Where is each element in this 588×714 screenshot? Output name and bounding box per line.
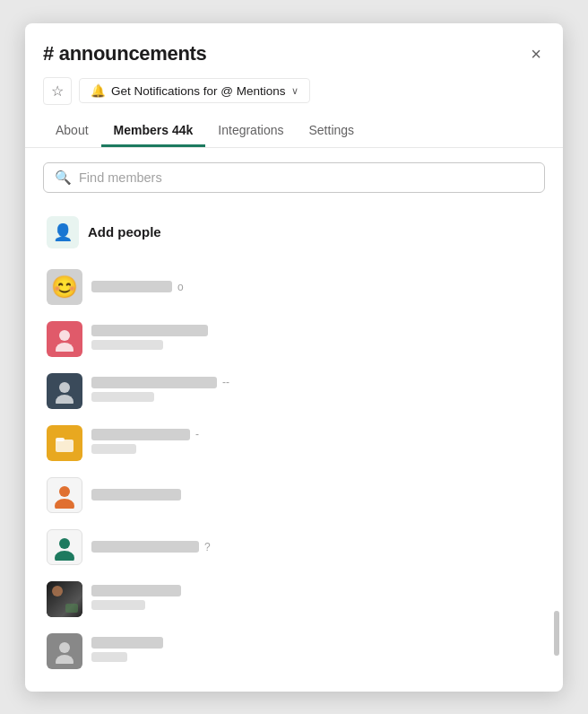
scrollbar[interactable] [554, 611, 559, 656]
notifications-label: Get Notifications for @ Mentions [111, 84, 286, 98]
avatar [47, 425, 82, 461]
member-name [91, 585, 181, 596]
member-row[interactable] [43, 573, 545, 625]
tab-settings[interactable]: Settings [296, 116, 367, 147]
search-input[interactable] [79, 170, 533, 185]
svg-rect-4 [56, 440, 74, 452]
member-name [91, 429, 190, 440]
member-name [91, 541, 199, 553]
add-person-icon: 👤 [53, 222, 73, 242]
search-box: 🔍 [43, 162, 545, 193]
member-info [91, 489, 541, 501]
avatar [47, 633, 82, 669]
member-status-text: -- [222, 376, 229, 388]
person-icon [52, 327, 77, 352]
member-name-row: ? [91, 541, 541, 553]
tab-about[interactable]: About [43, 116, 101, 147]
member-info: -- [91, 376, 541, 405]
chevron-down-icon: ∨ [291, 85, 298, 97]
search-row: 🔍 [43, 162, 545, 193]
member-info [91, 637, 541, 666]
member-row[interactable]: 😊 o [43, 261, 545, 313]
member-status-text: o [177, 281, 184, 293]
avatar [47, 477, 82, 513]
svg-point-7 [55, 499, 74, 509]
member-info: o [91, 281, 541, 293]
member-status [91, 600, 145, 610]
member-name-row: o [91, 281, 541, 293]
person-icon [52, 379, 77, 404]
avatar: 😊 [47, 269, 82, 305]
title-row: # announcements × [43, 41, 545, 66]
folder-icon [52, 431, 77, 456]
modal-body: 🔍 👤 Add people 😊 o [25, 148, 563, 692]
member-name-row [91, 637, 541, 649]
modal-title: # announcements [43, 42, 207, 65]
star-button[interactable]: ☆ [43, 77, 72, 105]
svg-point-9 [55, 551, 74, 561]
svg-point-6 [59, 486, 70, 497]
svg-point-1 [56, 343, 74, 352]
member-row[interactable]: - [43, 417, 545, 469]
member-list: 😊 o [43, 261, 545, 677]
add-people-row[interactable]: 👤 Add people [43, 207, 545, 257]
bell-icon: 🔔 [91, 83, 106, 98]
svg-point-11 [56, 655, 74, 664]
member-name [91, 637, 163, 649]
avatar [47, 581, 82, 617]
tab-integrations[interactable]: Integrations [205, 116, 296, 147]
member-name-row [91, 585, 541, 596]
notifications-button[interactable]: 🔔 Get Notifications for @ Mentions ∨ [79, 78, 310, 103]
member-row[interactable] [43, 313, 545, 365]
svg-point-0 [59, 330, 70, 341]
member-name [91, 325, 208, 336]
tab-members[interactable]: Members 44k [101, 116, 206, 147]
modal-header: # announcements × ☆ 🔔 Get Notifications … [25, 23, 563, 148]
search-icon: 🔍 [55, 170, 72, 186]
avatar [47, 529, 82, 565]
member-info: - [91, 428, 541, 457]
svg-rect-5 [56, 438, 65, 441]
add-people-label: Add people [88, 224, 161, 239]
member-status [91, 392, 154, 402]
avatar [47, 321, 82, 357]
close-button[interactable]: × [527, 41, 545, 66]
svg-point-8 [59, 538, 70, 549]
member-name-row [91, 489, 541, 501]
member-row[interactable]: -- [43, 365, 545, 417]
person-icon [51, 534, 78, 561]
channel-details-modal: # announcements × ☆ 🔔 Get Notifications … [25, 23, 563, 692]
svg-point-3 [56, 395, 74, 404]
member-status-text: ? [204, 541, 211, 553]
member-status-text: - [195, 428, 199, 440]
member-name [91, 489, 181, 501]
member-info [91, 325, 541, 353]
member-info [91, 585, 541, 614]
member-name [91, 281, 172, 292]
member-info: ? [91, 541, 541, 553]
member-name-row: - [91, 428, 541, 440]
member-row[interactable]: ? [43, 521, 545, 573]
member-name-row [91, 325, 541, 336]
member-name-row: -- [91, 376, 541, 388]
svg-point-2 [59, 382, 70, 393]
member-status [91, 340, 163, 350]
star-icon: ☆ [51, 83, 64, 100]
person-icon [52, 639, 77, 664]
member-name [91, 377, 217, 388]
member-row[interactable] [43, 625, 545, 677]
member-row[interactable] [43, 469, 545, 521]
tabs-row: About Members 44k Integrations Settings [43, 116, 545, 147]
avatar [47, 373, 82, 409]
member-status [91, 652, 127, 662]
member-status [91, 444, 136, 454]
person-icon [51, 482, 78, 509]
svg-point-10 [59, 642, 70, 653]
add-people-icon: 👤 [47, 216, 79, 248]
actions-row: ☆ 🔔 Get Notifications for @ Mentions ∨ [43, 77, 545, 105]
